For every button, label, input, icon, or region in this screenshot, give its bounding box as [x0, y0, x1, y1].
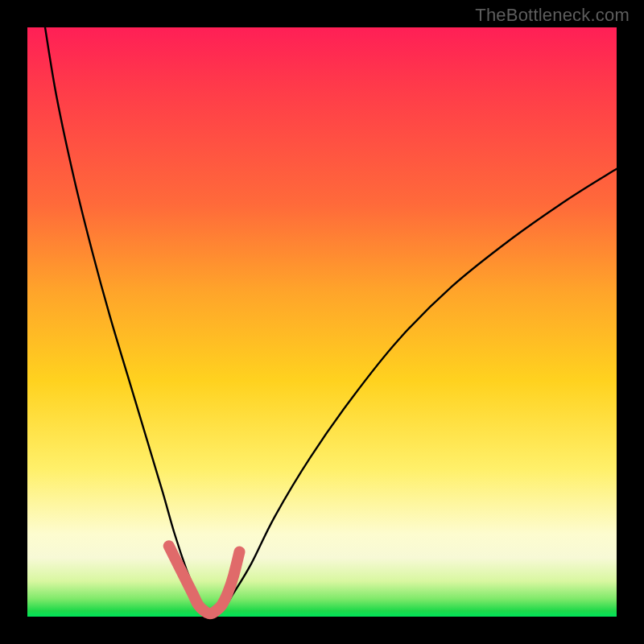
plot-area	[27, 27, 617, 617]
watermark-text: TheBottleneck.com	[475, 5, 630, 26]
curve-svg	[27, 27, 617, 617]
chart-frame: TheBottleneck.com	[0, 0, 644, 644]
highlight-zone	[169, 546, 240, 613]
bottleneck-curve	[45, 27, 617, 613]
